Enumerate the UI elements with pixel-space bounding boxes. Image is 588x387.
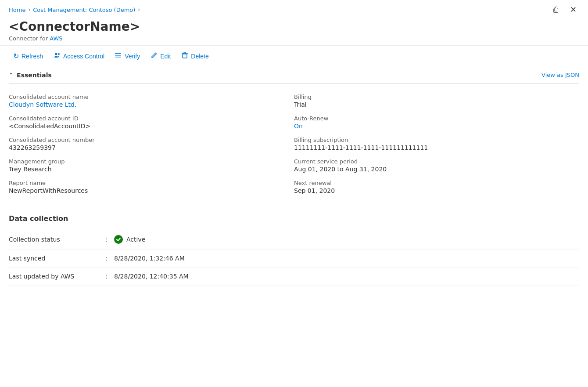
verify-icon <box>115 52 122 61</box>
svg-rect-4 <box>115 57 121 58</box>
essentials-title: ⌃ Essentials <box>9 72 52 79</box>
value-billing-subscription: 11111111-1111-1111-1111-111111111111 <box>294 144 579 151</box>
essentials-item-service-period: Current service period Aug 01, 2020 to A… <box>294 156 579 177</box>
essentials-item-billing-subscription: Billing subscription 11111111-1111-1111-… <box>294 134 579 156</box>
delete-icon <box>181 52 188 61</box>
label-service-period: Current service period <box>294 158 579 165</box>
label-billing-subscription: Billing subscription <box>294 137 579 143</box>
breadcrumb-home[interactable]: Home <box>9 7 25 13</box>
value-account-id: <ConsolidatedAccountID> <box>9 123 294 130</box>
close-icon: ✕ <box>570 5 577 14</box>
access-control-button[interactable]: Access Control <box>49 49 109 63</box>
dc-label-last-updated: Last updated by AWS <box>9 273 105 280</box>
value-next-renewal: Sep 01, 2020 <box>294 187 579 194</box>
toolbar: ↻ Refresh Access Control Verify <box>0 45 588 67</box>
dc-value-last-updated-text: 8/28/2020, 12:40:35 AM <box>114 273 189 280</box>
page-header: <ConnectorName> Connector for AWS <box>0 18 588 45</box>
access-control-label: Access Control <box>63 53 104 60</box>
essentials-item-next-renewal: Next renewal Sep 01, 2020 <box>294 177 579 199</box>
value-auto-renew[interactable]: On <box>294 123 303 130</box>
essentials-item-auto-renew: Auto-Renew On <box>294 112 579 134</box>
dc-row-collection-status: Collection status : Active <box>9 230 579 250</box>
edit-icon <box>151 52 158 61</box>
label-account-id: Consolidated account ID <box>9 115 294 122</box>
label-management-group: Management group <box>9 158 294 165</box>
value-account-name[interactable]: Cloudyn Software Ltd. <box>9 101 76 108</box>
edit-button[interactable]: Edit <box>146 49 175 63</box>
svg-rect-2 <box>115 53 121 54</box>
print-button[interactable]: ⎙ <box>549 4 562 16</box>
top-bar: Home › Cost Management: Contoso (Demo) ›… <box>0 0 588 18</box>
dc-colon-0: : <box>105 236 114 243</box>
data-collection-title: Data collection <box>9 209 579 230</box>
dc-label-last-synced: Last synced <box>9 255 105 262</box>
value-account-number: 432263259397 <box>9 144 294 151</box>
close-button[interactable]: ✕ <box>567 4 579 16</box>
page-subtitle: Connector for AWS <box>9 35 579 42</box>
dc-value-status-text: Active <box>126 236 145 243</box>
essentials-item-billing: Billing Trial <box>294 91 579 112</box>
essentials-header: ⌃ Essentials View as JSON <box>9 67 579 84</box>
dc-value-last-synced-text: 8/28/2020, 1:32:46 AM <box>114 255 185 262</box>
value-billing: Trial <box>294 101 579 108</box>
value-report-name: NewReportWithResources <box>9 187 294 194</box>
dc-label-collection-status: Collection status <box>9 236 105 243</box>
dc-value-last-updated: 8/28/2020, 12:40:35 AM <box>114 273 189 280</box>
data-collection-section: Data collection Collection status : Acti… <box>0 206 588 294</box>
essentials-grid: Consolidated account name Cloudyn Softwa… <box>9 84 579 206</box>
top-icons: ⎙ ✕ <box>549 4 579 16</box>
delete-button[interactable]: Delete <box>177 49 213 63</box>
label-account-number: Consolidated account number <box>9 137 294 143</box>
label-report-name: Report name <box>9 180 294 186</box>
subtitle-text: Connector for <box>9 35 50 42</box>
refresh-label: Refresh <box>22 53 43 60</box>
breadcrumb-separator-1: › <box>28 7 30 13</box>
essentials-title-text: Essentials <box>17 72 52 79</box>
print-icon: ⎙ <box>553 5 558 14</box>
dc-value-last-synced: 8/28/2020, 1:32:46 AM <box>114 255 185 262</box>
verify-label: Verify <box>125 53 140 60</box>
edit-label: Edit <box>160 53 171 60</box>
essentials-item-management-group: Management group Trey Research <box>9 156 294 177</box>
page-title: <ConnectorName> <box>9 19 579 34</box>
essentials-item-account-id: Consolidated account ID <ConsolidatedAcc… <box>9 112 294 134</box>
svg-rect-3 <box>115 55 121 56</box>
svg-point-1 <box>58 53 60 55</box>
verify-button[interactable]: Verify <box>111 49 144 63</box>
delete-label: Delete <box>191 53 208 60</box>
view-json-link[interactable]: View as JSON <box>541 72 579 78</box>
label-billing: Billing <box>294 94 579 100</box>
value-management-group: Trey Research <box>9 166 294 173</box>
label-next-renewal: Next renewal <box>294 180 579 186</box>
breadcrumb: Home › Cost Management: Contoso (Demo) › <box>9 7 140 13</box>
essentials-item-account-number: Consolidated account number 432263259397 <box>9 134 294 156</box>
aws-link: AWS <box>50 35 62 42</box>
dc-colon-1: : <box>105 255 114 262</box>
svg-point-0 <box>55 53 57 55</box>
chevron-up-icon: ⌃ <box>9 72 13 78</box>
refresh-icon: ↻ <box>13 52 19 60</box>
breadcrumb-cost-management[interactable]: Cost Management: Contoso (Demo) <box>33 7 135 13</box>
svg-rect-5 <box>183 54 187 58</box>
label-account-name: Consolidated account name <box>9 94 294 100</box>
refresh-button[interactable]: ↻ Refresh <box>9 49 47 63</box>
essentials-item-report-name: Report name NewReportWithResources <box>9 177 294 199</box>
dc-value-collection-status: Active <box>114 235 145 244</box>
essentials-item-account-name: Consolidated account name Cloudyn Softwa… <box>9 91 294 112</box>
dc-row-last-updated: Last updated by AWS : 8/28/2020, 12:40:3… <box>9 268 579 286</box>
essentials-section: ⌃ Essentials View as JSON Consolidated a… <box>0 67 588 206</box>
status-active-icon <box>114 235 123 244</box>
breadcrumb-separator-2: › <box>138 7 140 13</box>
access-control-icon <box>54 52 61 61</box>
label-auto-renew: Auto-Renew <box>294 115 579 122</box>
dc-row-last-synced: Last synced : 8/28/2020, 1:32:46 AM <box>9 250 579 268</box>
dc-colon-2: : <box>105 273 114 280</box>
value-service-period: Aug 01, 2020 to Aug 31, 2020 <box>294 166 579 173</box>
